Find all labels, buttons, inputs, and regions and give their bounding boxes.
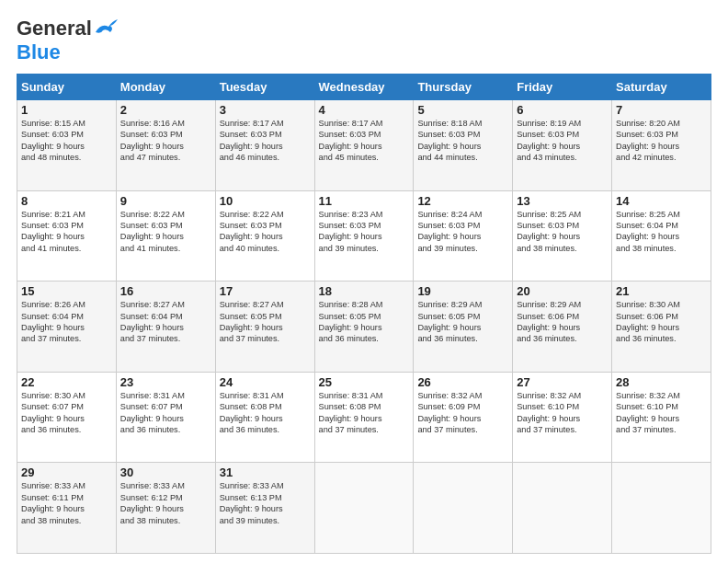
day-number: 16 xyxy=(120,284,211,298)
day-cell-27: 27Sunrise: 8:32 AMSunset: 6:10 PMDayligh… xyxy=(513,372,612,463)
cell-info: Sunrise: 8:32 AMSunset: 6:09 PMDaylight:… xyxy=(417,390,508,436)
day-number: 23 xyxy=(120,375,211,389)
cell-info: Sunrise: 8:17 AMSunset: 6:03 PMDaylight:… xyxy=(220,118,311,164)
weekday-header-friday: Friday xyxy=(513,75,612,100)
cell-info: Sunrise: 8:19 AMSunset: 6:03 PMDaylight:… xyxy=(517,118,608,164)
day-cell-6: 6Sunrise: 8:19 AMSunset: 6:03 PMDaylight… xyxy=(513,100,612,191)
day-cell-24: 24Sunrise: 8:31 AMSunset: 6:08 PMDayligh… xyxy=(215,372,314,463)
day-cell-18: 18Sunrise: 8:28 AMSunset: 6:05 PMDayligh… xyxy=(314,282,414,373)
day-cell-28: 28Sunrise: 8:32 AMSunset: 6:10 PMDayligh… xyxy=(612,372,711,463)
day-cell-8: 8Sunrise: 8:21 AMSunset: 6:03 PMDaylight… xyxy=(17,190,117,282)
weekday-header-sunday: Sunday xyxy=(17,75,117,100)
cell-info: Sunrise: 8:29 AMSunset: 6:05 PMDaylight:… xyxy=(417,299,508,345)
logo: General Blue xyxy=(17,17,118,64)
day-cell-10: 10Sunrise: 8:22 AMSunset: 6:03 PMDayligh… xyxy=(215,190,314,282)
day-number: 30 xyxy=(120,465,211,479)
day-number: 27 xyxy=(517,375,608,389)
day-number: 7 xyxy=(616,103,707,117)
cell-info: Sunrise: 8:27 AMSunset: 6:05 PMDaylight:… xyxy=(220,299,311,345)
day-cell-19: 19Sunrise: 8:29 AMSunset: 6:05 PMDayligh… xyxy=(414,282,513,373)
day-number: 31 xyxy=(220,465,311,479)
cell-info: Sunrise: 8:25 AMSunset: 6:03 PMDaylight:… xyxy=(517,209,608,255)
day-number: 18 xyxy=(319,284,410,298)
empty-cell xyxy=(414,463,513,554)
day-number: 5 xyxy=(417,103,508,117)
day-number: 14 xyxy=(616,194,707,208)
day-number: 12 xyxy=(417,194,508,208)
day-number: 1 xyxy=(21,103,112,117)
cell-info: Sunrise: 8:15 AMSunset: 6:03 PMDaylight:… xyxy=(21,118,112,164)
day-number: 24 xyxy=(220,375,311,389)
cell-info: Sunrise: 8:31 AMSunset: 6:08 PMDaylight:… xyxy=(319,390,410,436)
cell-info: Sunrise: 8:21 AMSunset: 6:03 PMDaylight:… xyxy=(21,209,112,255)
cell-info: Sunrise: 8:18 AMSunset: 6:03 PMDaylight:… xyxy=(417,118,508,164)
day-cell-5: 5Sunrise: 8:18 AMSunset: 6:03 PMDaylight… xyxy=(414,100,513,191)
header: General Blue xyxy=(17,17,711,64)
day-number: 19 xyxy=(417,284,508,298)
calendar-table: SundayMondayTuesdayWednesdayThursdayFrid… xyxy=(17,74,711,554)
weekday-header-wednesday: Wednesday xyxy=(314,75,414,100)
cell-info: Sunrise: 8:31 AMSunset: 6:08 PMDaylight:… xyxy=(220,390,311,436)
cell-info: Sunrise: 8:22 AMSunset: 6:03 PMDaylight:… xyxy=(120,209,211,255)
day-cell-3: 3Sunrise: 8:17 AMSunset: 6:03 PMDaylight… xyxy=(215,100,314,191)
logo-blue: Blue xyxy=(17,40,61,64)
day-cell-15: 15Sunrise: 8:26 AMSunset: 6:04 PMDayligh… xyxy=(17,282,117,373)
day-cell-9: 9Sunrise: 8:22 AMSunset: 6:03 PMDaylight… xyxy=(116,190,215,282)
empty-cell xyxy=(314,463,414,554)
day-number: 6 xyxy=(517,103,608,117)
day-cell-1: 1Sunrise: 8:15 AMSunset: 6:03 PMDaylight… xyxy=(17,100,117,191)
day-cell-16: 16Sunrise: 8:27 AMSunset: 6:04 PMDayligh… xyxy=(116,282,215,373)
day-cell-20: 20Sunrise: 8:29 AMSunset: 6:06 PMDayligh… xyxy=(513,282,612,373)
day-cell-2: 2Sunrise: 8:16 AMSunset: 6:03 PMDaylight… xyxy=(116,100,215,191)
day-cell-4: 4Sunrise: 8:17 AMSunset: 6:03 PMDaylight… xyxy=(314,100,414,191)
weekday-header-monday: Monday xyxy=(116,75,215,100)
day-number: 26 xyxy=(417,375,508,389)
logo-general: General xyxy=(17,17,92,40)
day-cell-26: 26Sunrise: 8:32 AMSunset: 6:09 PMDayligh… xyxy=(414,372,513,463)
cell-info: Sunrise: 8:26 AMSunset: 6:04 PMDaylight:… xyxy=(21,299,112,345)
cell-info: Sunrise: 8:33 AMSunset: 6:12 PMDaylight:… xyxy=(120,480,211,526)
weekday-header-thursday: Thursday xyxy=(414,75,513,100)
cell-info: Sunrise: 8:25 AMSunset: 6:04 PMDaylight:… xyxy=(616,209,707,255)
day-cell-13: 13Sunrise: 8:25 AMSunset: 6:03 PMDayligh… xyxy=(513,190,612,282)
day-number: 21 xyxy=(616,284,707,298)
cell-info: Sunrise: 8:23 AMSunset: 6:03 PMDaylight:… xyxy=(319,209,410,255)
day-cell-25: 25Sunrise: 8:31 AMSunset: 6:08 PMDayligh… xyxy=(314,372,414,463)
day-number: 17 xyxy=(220,284,311,298)
cell-info: Sunrise: 8:28 AMSunset: 6:05 PMDaylight:… xyxy=(319,299,410,345)
day-number: 15 xyxy=(21,284,112,298)
weekday-header-tuesday: Tuesday xyxy=(215,75,314,100)
day-number: 10 xyxy=(220,194,311,208)
day-cell-23: 23Sunrise: 8:31 AMSunset: 6:07 PMDayligh… xyxy=(116,372,215,463)
cell-info: Sunrise: 8:33 AMSunset: 6:13 PMDaylight:… xyxy=(220,480,311,526)
day-cell-11: 11Sunrise: 8:23 AMSunset: 6:03 PMDayligh… xyxy=(314,190,414,282)
cell-info: Sunrise: 8:31 AMSunset: 6:07 PMDaylight:… xyxy=(120,390,211,436)
day-cell-17: 17Sunrise: 8:27 AMSunset: 6:05 PMDayligh… xyxy=(215,282,314,373)
day-number: 9 xyxy=(120,194,211,208)
day-cell-7: 7Sunrise: 8:20 AMSunset: 6:03 PMDaylight… xyxy=(612,100,711,191)
page: General Blue SundayMondayTuesdayWednesda… xyxy=(0,0,728,563)
day-number: 28 xyxy=(616,375,707,389)
day-number: 11 xyxy=(319,194,410,208)
day-cell-14: 14Sunrise: 8:25 AMSunset: 6:04 PMDayligh… xyxy=(612,190,711,282)
day-number: 22 xyxy=(21,375,112,389)
cell-info: Sunrise: 8:17 AMSunset: 6:03 PMDaylight:… xyxy=(319,118,410,164)
cell-info: Sunrise: 8:24 AMSunset: 6:03 PMDaylight:… xyxy=(417,209,508,255)
cell-info: Sunrise: 8:22 AMSunset: 6:03 PMDaylight:… xyxy=(220,209,311,255)
day-number: 20 xyxy=(517,284,608,298)
day-number: 2 xyxy=(120,103,211,117)
day-number: 29 xyxy=(21,465,112,479)
weekday-header-saturday: Saturday xyxy=(612,75,711,100)
day-number: 3 xyxy=(220,103,311,117)
day-cell-21: 21Sunrise: 8:30 AMSunset: 6:06 PMDayligh… xyxy=(612,282,711,373)
day-number: 8 xyxy=(21,194,112,208)
cell-info: Sunrise: 8:16 AMSunset: 6:03 PMDaylight:… xyxy=(120,118,211,164)
day-number: 4 xyxy=(319,103,410,117)
cell-info: Sunrise: 8:33 AMSunset: 6:11 PMDaylight:… xyxy=(21,480,112,526)
day-cell-12: 12Sunrise: 8:24 AMSunset: 6:03 PMDayligh… xyxy=(414,190,513,282)
day-cell-30: 30Sunrise: 8:33 AMSunset: 6:12 PMDayligh… xyxy=(116,463,215,554)
empty-cell xyxy=(612,463,711,554)
cell-info: Sunrise: 8:30 AMSunset: 6:07 PMDaylight:… xyxy=(21,390,112,436)
day-number: 25 xyxy=(319,375,410,389)
cell-info: Sunrise: 8:32 AMSunset: 6:10 PMDaylight:… xyxy=(616,390,707,436)
